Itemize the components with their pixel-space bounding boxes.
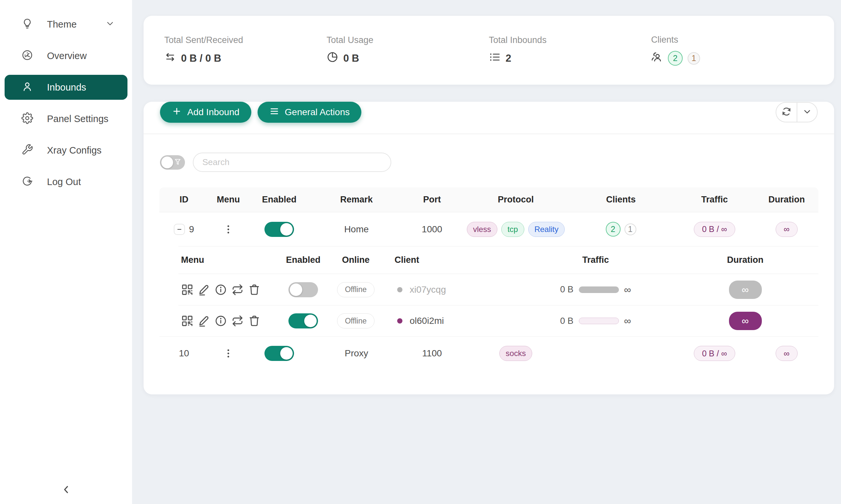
subcol-header-client: Client	[392, 255, 517, 265]
sidebar-item-theme[interactable]: Theme	[5, 12, 127, 37]
delete-icon[interactable]	[248, 315, 260, 327]
pie-icon	[327, 51, 338, 66]
sidebar-item-overview[interactable]: Overview	[5, 43, 127, 68]
client-name: xi07ycqg	[410, 285, 446, 295]
subcol-header-enabled: Enabled	[287, 255, 320, 265]
stat-label: Total Sent/Received	[164, 35, 327, 45]
filter-toggle[interactable]	[160, 155, 185, 169]
sidebar-item-label: Inbounds	[47, 82, 86, 93]
duration-badge: ∞	[729, 312, 762, 330]
col-header-id: ID	[159, 195, 209, 205]
inbound-enabled-toggle[interactable]	[264, 346, 294, 361]
duration-badge: ∞	[729, 281, 762, 299]
sidebar-item-panel-settings[interactable]: Panel Settings	[5, 106, 127, 131]
general-actions-label: General Actions	[285, 107, 350, 118]
client-color-dot	[397, 287, 402, 292]
logout-icon	[21, 175, 33, 188]
stat-total-sent-received: Total Sent/Received 0 B / 0 B	[164, 35, 327, 66]
client-name: ol60i2mi	[410, 316, 444, 326]
sidebar-item-inbounds[interactable]: Inbounds	[5, 75, 127, 100]
inbound-port: 1000	[402, 224, 462, 235]
chevron-down-icon	[802, 107, 812, 118]
general-actions-button[interactable]: General Actions	[258, 102, 362, 123]
edit-icon[interactable]	[198, 315, 210, 327]
inbounds-panel: Add Inbound General Actions	[143, 102, 834, 394]
online-status-badge: Offline	[337, 313, 375, 328]
reset-traffic-icon[interactable]	[231, 284, 244, 296]
sidebar-item-label: Panel Settings	[47, 113, 108, 124]
duration-badge: ∞	[776, 346, 798, 361]
menu-lines-icon	[269, 106, 279, 119]
client-enabled-toggle[interactable]	[289, 313, 318, 328]
col-header-menu: Menu	[209, 195, 248, 205]
online-status-badge: Offline	[337, 282, 375, 297]
sidebar-item-label: Theme	[47, 19, 76, 30]
reset-traffic-icon[interactable]	[231, 315, 244, 327]
stats-card: Total Sent/Received 0 B / 0 B Total Usag…	[143, 16, 834, 85]
stat-value: 0 B / 0 B	[181, 53, 221, 64]
collapse-row-button[interactable]	[174, 224, 185, 235]
client-enabled-toggle[interactable]	[289, 282, 318, 297]
table-header-row: ID Menu Enabled Remark Port Protocol Cli…	[159, 187, 818, 212]
row-menu-button[interactable]	[222, 223, 234, 235]
stat-clients: Clients 2 1	[651, 35, 813, 66]
info-icon[interactable]	[214, 315, 227, 327]
sidebar-item-xray-configs[interactable]: Xray Configs	[5, 138, 127, 163]
sidebar-item-label: Xray Configs	[47, 145, 102, 156]
add-inbound-button[interactable]: Add Inbound	[160, 102, 251, 123]
col-header-duration: Duration	[757, 195, 816, 205]
traffic-badge: 0 B / ∞	[694, 346, 735, 361]
wrench-icon	[21, 144, 33, 157]
col-header-clients: Clients	[570, 195, 672, 205]
users-icon	[651, 51, 663, 66]
traffic-progress-bar	[579, 286, 619, 293]
chevron-left-icon	[59, 483, 73, 498]
stat-label: Total Usage	[327, 35, 489, 45]
transport-tag: tcp	[501, 222, 524, 237]
qr-code-icon[interactable]	[181, 315, 193, 327]
subcol-header-menu: Menu	[178, 255, 287, 265]
add-inbound-label: Add Inbound	[187, 107, 240, 118]
sidebar: Theme Overview Inbounds Panel Settings X…	[0, 0, 132, 504]
client-row: Offline ol60i2mi 0 B ∞ ∞	[178, 305, 818, 336]
qr-code-icon[interactable]	[181, 284, 193, 296]
person-icon	[21, 81, 33, 94]
refresh-dropdown-button[interactable]	[797, 103, 817, 122]
plus-icon	[172, 106, 182, 119]
chevron-down-icon	[105, 19, 115, 30]
stat-value: 2	[505, 53, 511, 64]
inbound-enabled-toggle[interactable]	[264, 222, 294, 237]
search-input[interactable]	[193, 152, 391, 172]
col-header-enabled: Enabled	[248, 195, 310, 205]
table-row: 9 Home 1000 vless tcp Reality 2 1	[159, 212, 818, 246]
refresh-button-group	[776, 102, 818, 122]
traffic-badge: 0 B / ∞	[694, 222, 735, 237]
gear-icon	[21, 112, 33, 125]
stat-total-inbounds: Total Inbounds 2	[489, 35, 651, 66]
info-icon[interactable]	[214, 284, 227, 296]
sidebar-collapse-button[interactable]	[0, 483, 132, 498]
protocol-tag: socks	[499, 346, 532, 361]
toolbar: Add Inbound General Actions	[160, 102, 818, 123]
duration-badge: ∞	[776, 222, 798, 237]
col-header-protocol: Protocol	[462, 195, 570, 205]
gauge-icon	[21, 49, 33, 62]
sidebar-item-label: Log Out	[47, 177, 81, 187]
delete-icon[interactable]	[248, 284, 260, 296]
toolbar-divider	[143, 133, 834, 134]
clients-sub-table: Menu Enabled Online Client Traffic Durat…	[178, 246, 818, 336]
col-header-traffic: Traffic	[672, 195, 757, 205]
stat-value: 0 B	[343, 53, 359, 64]
sidebar-item-log-out[interactable]: Log Out	[5, 169, 127, 194]
list-icon	[489, 51, 501, 66]
row-menu-button[interactable]	[222, 347, 234, 359]
clients-deactive-badge: 1	[688, 52, 700, 65]
inbound-remark: Home	[310, 224, 402, 235]
edit-icon[interactable]	[198, 284, 210, 296]
stat-label: Clients	[651, 35, 813, 45]
traffic-limit: ∞	[624, 284, 631, 295]
security-tag: Reality	[528, 222, 565, 237]
clients-active-badge: 2	[668, 51, 683, 66]
refresh-button[interactable]	[776, 103, 797, 122]
subcol-header-online: Online	[320, 255, 392, 265]
